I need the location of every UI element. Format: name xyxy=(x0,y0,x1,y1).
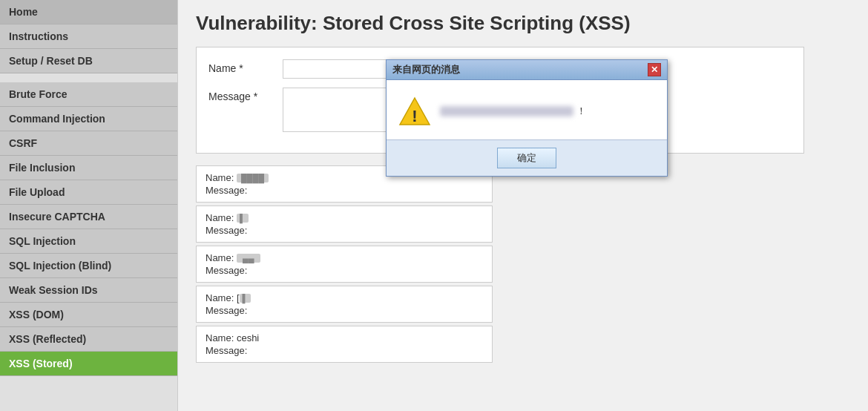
dialog-close-button[interactable]: ✕ xyxy=(648,63,661,76)
sidebar-item-xss-dom[interactable]: XSS (DOM) xyxy=(0,303,177,327)
dialog-box: 来自网页的消息 ✕ ! ！ 确定 xyxy=(386,59,668,177)
sidebar-item-sql-injection[interactable]: SQL Injection xyxy=(0,229,177,254)
sidebar-spacer xyxy=(0,73,177,82)
sidebar-item-instructions[interactable]: Instructions xyxy=(0,24,177,49)
sidebar-item-file-upload[interactable]: File Upload xyxy=(0,180,177,205)
sidebar-item-home[interactable]: Home xyxy=(0,0,177,24)
sidebar-item-xss-reflected[interactable]: XSS (Reflected) xyxy=(0,327,177,352)
dialog-message-suffix: ！ xyxy=(576,105,586,118)
warning-icon: ! xyxy=(398,95,431,128)
dialog-title: 来自网页的消息 xyxy=(392,63,460,76)
svg-text:!: ! xyxy=(412,107,417,125)
sidebar-item-weak-session-ids[interactable]: Weak Session IDs xyxy=(0,278,177,303)
modal-overlay: 来自网页的消息 ✕ ! ！ 确定 xyxy=(178,0,868,411)
sidebar-item-setup-reset-db[interactable]: Setup / Reset DB xyxy=(0,49,177,73)
dialog-body: ! ！ xyxy=(387,80,667,139)
sidebar-item-xss-stored[interactable]: XSS (Stored) xyxy=(0,352,177,376)
dialog-ok-button[interactable]: 确定 xyxy=(497,148,556,168)
sidebar-item-insecure-captcha[interactable]: Insecure CAPTCHA xyxy=(0,205,177,229)
blurred-message-text xyxy=(440,106,573,116)
main-content: Vulnerability: Stored Cross Site Scripti… xyxy=(178,0,868,411)
dialog-titlebar: 来自网页的消息 ✕ xyxy=(387,60,667,80)
sidebar-item-sql-injection-blind[interactable]: SQL Injection (Blind) xyxy=(0,254,177,278)
dialog-footer: 确定 xyxy=(387,139,667,176)
sidebar-item-brute-force[interactable]: Brute Force xyxy=(0,82,177,107)
sidebar: Home Instructions Setup / Reset DB Brute… xyxy=(0,0,178,411)
dialog-message: ！ xyxy=(440,105,586,118)
sidebar-item-file-inclusion[interactable]: File Inclusion xyxy=(0,156,177,180)
sidebar-item-command-injection[interactable]: Command Injection xyxy=(0,107,177,131)
sidebar-item-csrf[interactable]: CSRF xyxy=(0,131,177,156)
